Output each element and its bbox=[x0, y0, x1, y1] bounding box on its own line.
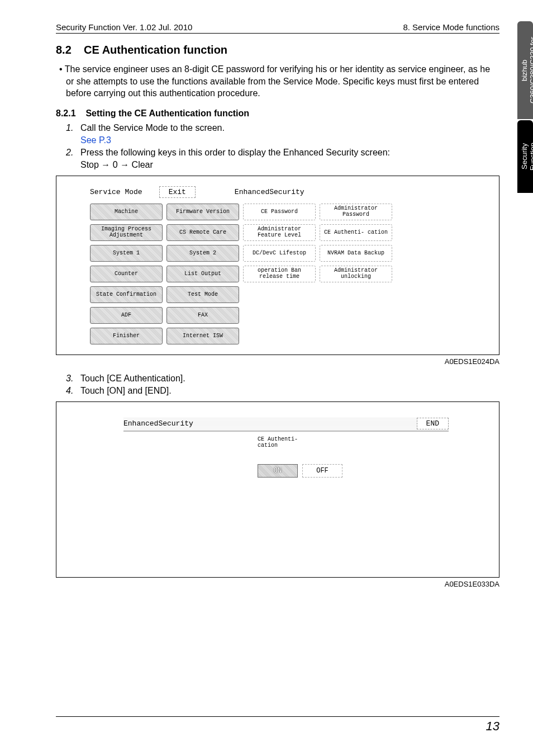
step-list-2: 3. Touch [CE Authentication]. 4. Touch [… bbox=[66, 374, 499, 396]
service-mode-screenshot: Service Mode Exit EnhancedSecurity Machi… bbox=[56, 176, 499, 355]
panel1-title2: EnhancedSecurity bbox=[235, 188, 304, 196]
step-2-indent: Stop → 0 → Clear bbox=[66, 160, 499, 170]
cell-test-mode[interactable]: Test Mode bbox=[166, 286, 239, 303]
section-title-text: CE Authentication function bbox=[84, 44, 227, 56]
see-link[interactable]: See P.3 bbox=[80, 135, 499, 145]
step-4-num: 4. bbox=[66, 386, 80, 396]
panel1-code: A0EDS1E024DA bbox=[56, 357, 499, 366]
cell-finisher[interactable]: Finisher bbox=[90, 328, 163, 344]
cell-admin-password[interactable]: Administrator Password bbox=[320, 204, 392, 220]
off-button[interactable]: OFF bbox=[302, 464, 342, 478]
step-3: 3. Touch [CE Authentication]. bbox=[66, 374, 499, 384]
cell-adf[interactable]: ADF bbox=[90, 307, 163, 324]
cell-system-2[interactable]: System 2 bbox=[166, 245, 239, 262]
cell-internet-isw[interactable]: Internet ISW bbox=[166, 328, 239, 344]
step-3-num: 3. bbox=[66, 374, 80, 384]
subsection-title-text: Setting the CE Authentication function bbox=[85, 108, 249, 118]
service-mode-grid: Machine Firmware Version CE Password Adm… bbox=[90, 204, 482, 344]
on-button[interactable]: ON bbox=[258, 464, 298, 478]
step-3-text: Touch [CE Authentication]. bbox=[80, 374, 185, 384]
cell-list-output[interactable]: List Output bbox=[166, 266, 239, 282]
step-4: 4. Touch [ON] and [END]. bbox=[66, 386, 499, 396]
step-2-text: Press the following keys in this order t… bbox=[80, 148, 390, 158]
panel1-title: Service Mode bbox=[90, 188, 142, 196]
panel2-code: A0EDS1E033DA bbox=[56, 580, 499, 588]
header-right: 8. Service Mode functions bbox=[403, 22, 499, 32]
ce-authentication-label: CE Authenti- cation bbox=[258, 436, 449, 448]
subsection-num: 8.2.1 bbox=[56, 108, 76, 118]
cell-fax[interactable]: FAX bbox=[166, 307, 239, 324]
cell-admin-feature-level[interactable]: Administrator Feature Level bbox=[243, 224, 316, 241]
cell-cs-remote-care[interactable]: CS Remote Care bbox=[166, 224, 239, 241]
step-1-text: Call the Service Mode to the screen. bbox=[80, 123, 225, 133]
intro-bullet: • The service engineer uses an 8-digit C… bbox=[66, 63, 499, 100]
cell-imaging-process[interactable]: Imaging Process Adjustment bbox=[90, 224, 163, 241]
cell-state-confirmation[interactable]: State Confirmation bbox=[90, 286, 163, 303]
cell-dc-devc-lifestop[interactable]: DC/DevC Lifestop bbox=[243, 245, 316, 262]
step-2-num: 2. bbox=[66, 148, 80, 158]
end-button[interactable]: END bbox=[417, 418, 449, 429]
enhanced-security-screenshot: EnhancedSecurity END CE Authenti- cation… bbox=[56, 401, 499, 578]
cell-machine[interactable]: Machine bbox=[90, 204, 163, 220]
subsection-title: 8.2.1 Setting the CE Authentication func… bbox=[56, 108, 499, 119]
page-header: Security Function Ver. 1.02 Jul. 2010 8.… bbox=[56, 22, 499, 34]
step-2-keys: Stop → 0 → Clear bbox=[80, 160, 153, 170]
step-list-1: 1. Call the Service Mode to the screen. … bbox=[66, 123, 499, 170]
cell-admin-unlocking[interactable]: Administrator unlocking bbox=[320, 266, 392, 282]
step-1-num: 1. bbox=[66, 123, 80, 133]
cell-system-1[interactable]: System 1 bbox=[90, 245, 163, 262]
exit-button[interactable]: Exit bbox=[159, 186, 196, 198]
section-num: 8.2 bbox=[56, 44, 72, 56]
cell-ce-authentication[interactable]: CE Authenti- cation bbox=[320, 224, 392, 241]
step-2: 2. Press the following keys in this orde… bbox=[66, 148, 499, 158]
step-4-text: Touch [ON] and [END]. bbox=[80, 386, 172, 396]
cell-firmware-version[interactable]: Firmware Version bbox=[166, 204, 239, 220]
cell-nvram-backup[interactable]: NVRAM Data Backup bbox=[320, 245, 392, 262]
header-left: Security Function Ver. 1.02 Jul. 2010 bbox=[56, 22, 192, 32]
panel2-title: EnhancedSecurity bbox=[123, 419, 193, 428]
section-title: 8.2 CE Authentication function bbox=[56, 44, 499, 56]
page-footer: 13 bbox=[56, 716, 499, 734]
cell-ce-password[interactable]: CE Password bbox=[243, 204, 316, 220]
cell-operation-ban[interactable]: operation Ban release time bbox=[243, 266, 316, 282]
cell-counter[interactable]: Counter bbox=[90, 266, 163, 282]
step-1: 1. Call the Service Mode to the screen. bbox=[66, 123, 499, 133]
